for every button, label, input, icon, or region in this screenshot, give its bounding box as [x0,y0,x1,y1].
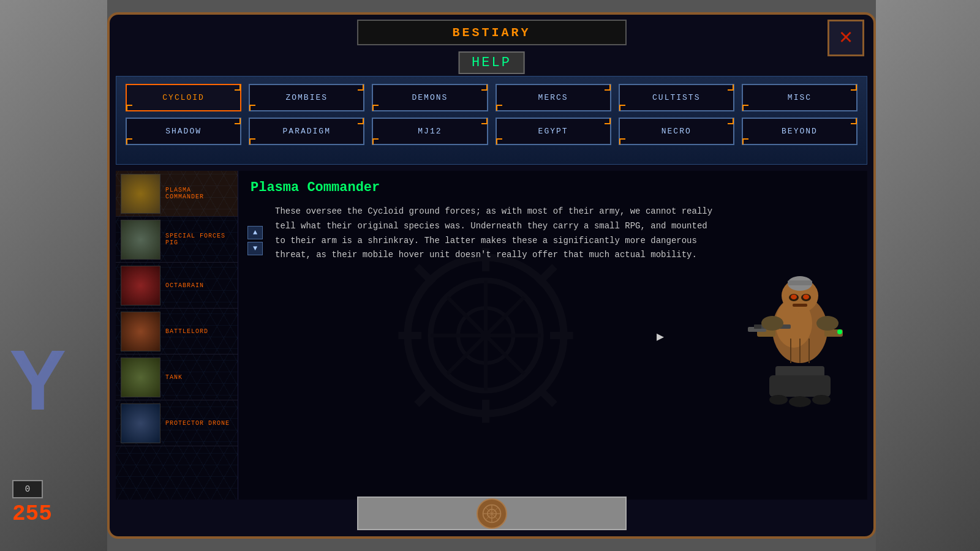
svg-point-23 [803,294,809,299]
tab-cultists[interactable]: CULTISTS [619,84,734,111]
help-subtitle: HELP [458,51,525,74]
tab-zombies[interactable]: ZOMBIES [249,84,364,111]
content-area: PLASMA COMMANDERSPECIAL FORCES PIGOCTABR… [116,171,867,500]
monster-list-item-plasma-commander[interactable]: PLASMA COMMANDER [116,171,238,217]
monster-portrait-protector-drone [121,403,160,443]
monster-portrait-tank [121,358,160,397]
monster-name-battlelord: BATTLELORD [165,328,208,335]
tab-mj12[interactable]: MJ12 [372,118,488,145]
bottom-emblem [477,498,507,529]
bg-right-panel [876,0,980,551]
selected-monster-title: Plasma Commander [251,180,720,195]
monster-large-image [745,250,855,421]
svg-rect-19 [788,280,812,285]
hud-score-area: 0 255 [12,480,52,527]
svg-point-22 [791,294,797,299]
monster-list-item-tank[interactable]: TANK [116,354,238,400]
bottom-bar [357,497,627,530]
svg-point-28 [789,396,811,407]
selected-monster-description: These oversee the Cycloid ground forces;… [275,204,720,263]
tab-paradigm[interactable]: PARADIGM [249,118,364,145]
monster-name-plasma-commander: PLASMA COMMANDER [165,187,233,200]
svg-point-27 [769,395,788,405]
tab-beyond[interactable]: BEYOND [742,118,858,145]
tab-row-2: SHADOWPARADIGMMJ12EGYPTNECROBEYOND [126,118,858,145]
scroll-controls: ▲ ▼ [247,226,263,255]
gear-watermark [394,244,578,427]
tab-shadow[interactable]: SHADOW [126,118,241,145]
svg-point-37 [816,316,839,331]
svg-point-29 [812,395,831,405]
tab-area: CYCLOIDZOMBIESDEMONSMERCSCULTISTSMISC SH… [116,76,867,165]
plasma-commander-svg [745,250,855,433]
scroll-up-button[interactable]: ▲ [247,226,263,239]
svg-point-36 [761,316,783,331]
tab-row-1: CYCLOIDZOMBIESDEMONSMERCSCULTISTSMISC [126,84,858,111]
tab-misc[interactable]: MISC [742,84,858,111]
tab-demons[interactable]: DEMONS [372,84,488,111]
svg-rect-34 [754,324,761,329]
monster-portrait-octabrain [121,266,160,305]
monster-image-area [733,171,867,500]
score-box: 0 [12,480,43,498]
monster-portrait-battlelord [121,312,160,351]
emblem-icon [481,503,503,525]
tab-necro[interactable]: NECRO [619,118,734,145]
monster-portrait-plasma-commander [121,174,160,214]
svg-rect-26 [769,375,831,397]
monster-name-special-forces-pig: SPECIAL FORCES PIG [165,233,233,246]
bg-left-panel: Y 0 255 [0,0,107,551]
title-bar: BESTIARY [357,20,627,45]
close-button[interactable]: ✕ [827,20,864,56]
bg-y-letter: Y [9,331,66,430]
tab-cycloid[interactable]: CYCLOID [126,84,241,111]
monster-name-protector-drone: PROTECTOR DRONE [165,420,230,427]
svg-point-35 [837,329,842,334]
score-number: 255 [12,501,52,527]
scroll-down-button[interactable]: ▼ [247,242,263,255]
window-title: BESTIARY [452,26,530,40]
close-icon: ✕ [839,27,853,49]
svg-rect-24 [793,304,807,307]
monster-list-item-octabrain[interactable]: OCTABRAIN [116,263,238,309]
monster-name-octabrain: OCTABRAIN [165,282,204,289]
monster-list-item-protector-drone[interactable]: PROTECTOR DRONE [116,400,238,446]
monster-list-item-special-forces-pig[interactable]: SPECIAL FORCES PIG [116,217,238,263]
monster-list: PLASMA COMMANDERSPECIAL FORCES PIGOCTABR… [116,171,238,500]
monster-list-item-battlelord[interactable]: BATTLELORD [116,309,238,354]
bestiary-dialog: BESTIARY ✕ HELP CYCLOIDZOMBIESDEMONSMERC… [107,12,876,539]
tab-mercs[interactable]: MERCS [496,84,611,111]
monster-name-tank: TANK [165,374,183,381]
tab-egypt[interactable]: EGYPT [496,118,611,145]
monster-portrait-special-forces-pig [121,220,160,260]
